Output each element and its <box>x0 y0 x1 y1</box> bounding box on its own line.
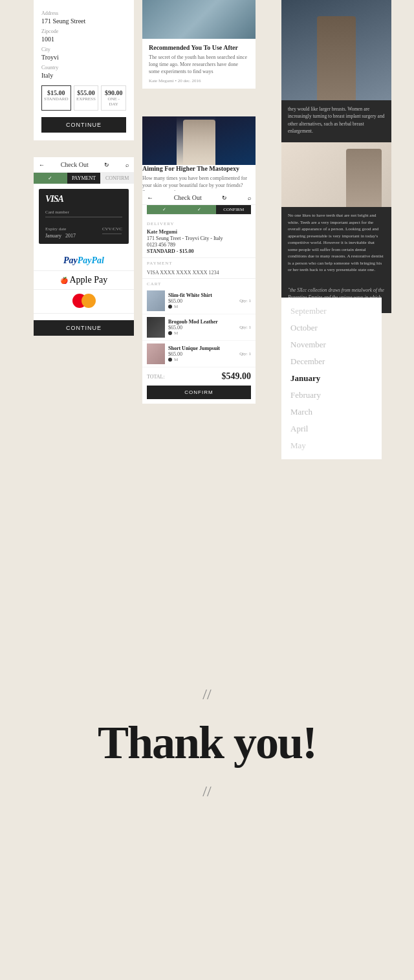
address-continue-button[interactable]: CONTINUE <box>41 117 126 133</box>
mc-orange-circle <box>82 294 96 308</box>
cart-item-price-2: $65.00 <box>168 325 236 331</box>
delivery-info: Kate Megumi 171 Seung Treet - Troyvi Cit… <box>142 228 256 258</box>
city-value: Troyvi <box>41 54 126 61</box>
refresh-icon[interactable]: ↻ <box>104 162 109 168</box>
cart-item-details-1: Slim-fit White Shirt $65.00 M <box>168 292 236 309</box>
cart-qty-2: Qty: 1 <box>239 325 251 330</box>
visa-logo: VISA <box>45 194 122 204</box>
city-label: City <box>41 47 126 52</box>
checkout-refresh-icon[interactable]: ↻ <box>222 195 227 201</box>
article-person-1 <box>317 16 356 100</box>
oneday-type: ONE - DAY <box>104 96 124 107</box>
month-september[interactable]: September <box>290 303 373 320</box>
cart-item-size-3: M <box>174 357 178 362</box>
address-value: 171 Seung Street <box>41 17 126 25</box>
payment-continue-button[interactable]: CONTINUE <box>34 320 134 336</box>
quote-mark-bottom: // <box>13 783 401 800</box>
checkout-header: ← Check Out ↻ ⌕ <box>142 191 256 205</box>
step-confirm[interactable]: CONFIRM <box>100 173 134 184</box>
blog-image-1 <box>142 0 256 39</box>
month-october[interactable]: October <box>290 320 373 336</box>
back-icon[interactable]: ← <box>39 162 45 168</box>
cart-qty-3: Qty: 1 <box>239 351 251 356</box>
month-november[interactable]: November <box>290 336 373 353</box>
cvv-label: CVV/CVC <box>102 226 122 232</box>
payment-section-label: PAYMENT <box>142 258 256 267</box>
article-person-2 <box>346 149 382 207</box>
month-march[interactable]: March <box>290 404 373 420</box>
confirm-button[interactable]: CONFIRM <box>147 386 251 399</box>
checkout-step-1[interactable]: ✓ <box>147 205 182 215</box>
cart-item-meta-1: M <box>168 304 236 309</box>
article-image-top <box>281 0 391 100</box>
delivery-address: 171 Seung Treet - Troyvi City - Italy <box>147 235 251 241</box>
checkout-back-icon[interactable]: ← <box>147 194 153 201</box>
zipcode-value: 1001 <box>41 36 126 43</box>
cart-item-size-1: M <box>174 304 178 309</box>
delivery-method: STANDARD - $15.00 <box>147 248 251 254</box>
checkout-step-2[interactable]: ✓ <box>182 205 217 215</box>
paypal-logo[interactable]: PayPayPal <box>34 249 134 271</box>
month-february[interactable]: February <box>290 387 373 404</box>
cart-item-1: Slim-fit White Shirt $65.00 M Qty: 1 <box>142 288 256 314</box>
payment-card: ← Check Out ↻ ⌕ ✓ PAYMENT CONFIRM VISA C… <box>34 157 134 336</box>
cart-qty-1: Qty: 1 <box>239 298 251 303</box>
thank-you-text: Thank you! <box>13 716 401 770</box>
cart-item-details-3: Short Unique Jumpsuit $65.00 M <box>168 345 236 362</box>
article-text-2: No one likes to have teeth that are not … <box>281 207 391 281</box>
delivery-section-label: DELIVERY <box>142 219 256 228</box>
address-label: Address <box>41 10 126 16</box>
cart-total: TOTAL: $549.00 <box>142 367 256 386</box>
step-payment[interactable]: PAYMENT <box>67 173 101 184</box>
checkout-search-icon[interactable]: ⌕ <box>248 195 251 201</box>
month-picker: September October November December Janu… <box>281 298 382 459</box>
checkout-card: ← Check Out ↻ ⌕ ✓ ✓ CONFIRM DELIVERY Kat… <box>142 191 256 404</box>
month-may[interactable]: May <box>290 437 373 454</box>
shipping-express[interactable]: $55.00 EXPRESS <box>74 85 99 111</box>
mastercard-logo[interactable] <box>34 290 134 314</box>
expiry-label: Expiry date <box>45 226 76 232</box>
express-price: $55.00 <box>76 89 96 96</box>
cart-item-details-2: Brogoub Mod Leather $65.00 M <box>168 319 236 336</box>
month-january[interactable]: January <box>290 370 373 387</box>
cart-item-size-2: M <box>174 331 178 336</box>
delivery-name: Kate Megumi <box>147 229 251 235</box>
quote-mark-top: // <box>13 686 401 703</box>
country-label: Country <box>41 65 126 71</box>
cart-item-img-1 <box>147 290 165 311</box>
payment-info: VISA XXXX XXXX XXXX 1234 <box>142 267 256 279</box>
shipping-standard[interactable]: $15.00 STANDARD <box>41 85 71 111</box>
cart-item-2: Brogoub Mod Leather $65.00 M Qty: 1 <box>142 314 256 341</box>
article-panel: they would like larger breasts. Women ar… <box>281 0 391 313</box>
expiry-year: 2017 <box>65 233 76 239</box>
express-type: EXPRESS <box>76 96 96 102</box>
payment-title: Check Out <box>61 161 89 168</box>
blog-content-1: Recommended You To Use After The secret … <box>142 39 256 89</box>
checkout-step-3[interactable]: CONFIRM <box>216 205 251 215</box>
step-check[interactable]: ✓ <box>34 173 67 184</box>
checkout-steps: ✓ ✓ CONFIRM <box>147 205 251 215</box>
month-april[interactable]: April <box>290 420 373 437</box>
search-icon[interactable]: ⌕ <box>125 162 129 168</box>
zipcode-label: Zipcode <box>41 28 126 34</box>
apple-pay-button[interactable]: 🍎 Apple Pay <box>34 271 134 290</box>
size-dot-1 <box>168 305 172 309</box>
cart-item-img-2 <box>147 317 165 338</box>
standard-price: $15.00 <box>44 89 69 96</box>
payment-steps: ✓ PAYMENT CONFIRM <box>34 173 134 184</box>
article-text-1: they would like larger breasts. Women ar… <box>281 100 391 142</box>
card-number-label: Card number <box>45 210 122 215</box>
size-dot-2 <box>168 331 172 335</box>
cart-item-name-1: Slim-fit White Shirt <box>168 292 236 298</box>
month-december[interactable]: December <box>290 353 373 370</box>
standard-type: STANDARD <box>44 96 69 102</box>
address-card: Address 171 Seung Street Zipcode 1001 Ci… <box>34 0 134 140</box>
total-value: $549.00 <box>222 371 252 382</box>
blog-card-1: Recommended You To Use After The secret … <box>142 0 256 89</box>
cart-section-label: CART <box>142 279 256 288</box>
shipping-oneday[interactable]: $90.00 ONE - DAY <box>101 85 126 111</box>
cart-item-img-3 <box>147 343 165 364</box>
blog-text-1: The secret of the youth has been searche… <box>149 54 249 76</box>
checkout-title: Check Out <box>174 194 202 201</box>
country-value: Italy <box>41 72 126 79</box>
